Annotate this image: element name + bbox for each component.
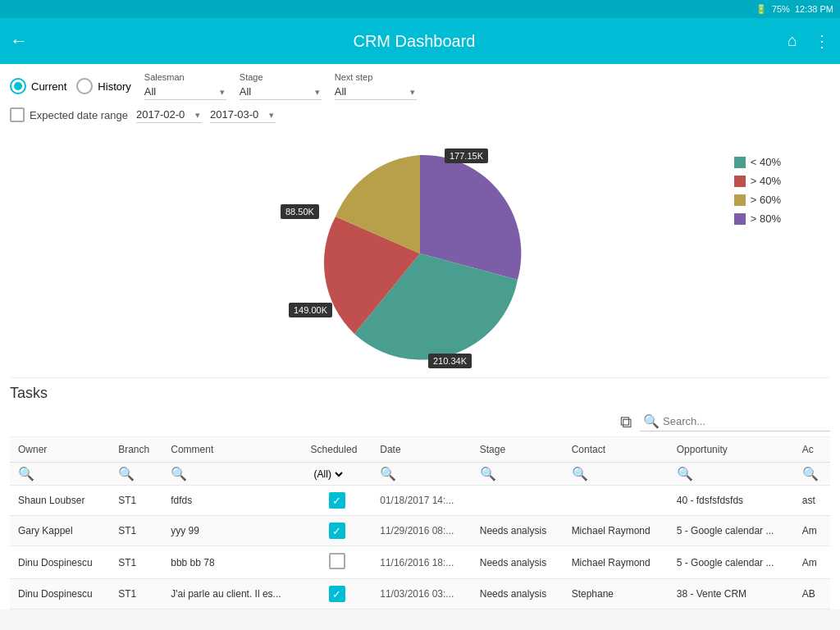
filter-date-icon[interactable]: 🔍	[380, 467, 396, 481]
cell-contact	[564, 486, 669, 516]
back-button[interactable]: ←	[10, 30, 28, 52]
cell-date: 11/29/2016 08:...	[372, 516, 471, 546]
filter-contact-icon[interactable]: 🔍	[572, 467, 588, 481]
legend-label-gt60: > 60%	[751, 194, 781, 206]
legend-label-gt40: > 40%	[751, 175, 781, 187]
cell-opportunity: 5 - Google calendar ...	[669, 546, 794, 579]
nextstep-filter: Next step All	[335, 72, 417, 100]
date-from-select[interactable]: 2017-02-0	[136, 107, 202, 123]
tasks-toolbar: ⧉ 🔍	[10, 407, 830, 437]
col-header-branch: Branch	[110, 437, 162, 463]
nextstep-select[interactable]: All	[335, 84, 417, 100]
table-row: Shaun Loubser ST1 fdfds ✓ 01/18/2017 14:…	[10, 486, 830, 516]
nextstep-label: Next step	[335, 72, 417, 82]
cell-ac: ast	[794, 486, 830, 516]
legend-label-gt80: > 80%	[751, 212, 781, 225]
date-range-checkbox-label[interactable]: Expected date range	[10, 107, 128, 122]
chart-label-lt40: 210.34K	[428, 354, 472, 368]
cell-date: 01/18/2017 14:...	[372, 486, 471, 516]
legend-lt40: < 40%	[734, 156, 781, 168]
table-row: Dinu Dospinescu ST1 bbb bb 78 11/16/2016…	[10, 546, 830, 579]
home-icon[interactable]: ⌂	[788, 31, 797, 51]
search-box: 🔍	[640, 412, 830, 431]
cell-scheduled	[303, 546, 372, 579]
legend-label-lt40: < 40%	[751, 156, 781, 168]
tasks-title: Tasks	[10, 377, 830, 407]
date-range-label: Expected date range	[30, 109, 128, 121]
filter-comment-icon[interactable]: 🔍	[171, 467, 187, 481]
scheduled-checkbox[interactable]: ✓	[329, 492, 345, 509]
cell-owner: Shaun Loubser	[10, 486, 110, 516]
search-icon: 🔍	[643, 413, 660, 429]
battery-level: 75%	[772, 4, 790, 14]
cell-branch: ST1	[110, 516, 162, 546]
legend-gt80: > 80%	[734, 212, 781, 225]
cell-branch: ST1	[110, 486, 162, 516]
menu-icon[interactable]: ⋮	[814, 31, 830, 51]
col-header-ac: Ac	[794, 437, 830, 463]
table-row: Dinu Dospinescu ST1 J'ai parle au client…	[10, 579, 830, 609]
scheduled-checkbox[interactable]	[329, 553, 345, 569]
filter-ac-icon[interactable]: 🔍	[802, 467, 819, 481]
legend-dot-gt40	[734, 176, 746, 187]
cell-date: 11/16/2016 18:...	[372, 546, 471, 579]
cell-opportunity: 5 - Google calendar ...	[669, 516, 794, 546]
cell-scheduled: ✓	[303, 486, 372, 516]
cell-scheduled: ✓	[303, 516, 372, 546]
table-filter-row: 🔍 🔍 🔍 (All) 🔍 🔍 🔍 🔍 🔍	[10, 463, 830, 486]
col-header-comment: Comment	[162, 437, 302, 463]
radio-group: Current History	[10, 78, 131, 94]
cell-scheduled: ✓	[303, 579, 372, 609]
stage-select[interactable]: All	[240, 84, 322, 100]
cell-comment: yyy 99	[162, 516, 302, 546]
stage-filter: Stage All	[240, 72, 322, 100]
cell-owner: Dinu Dospinescu	[10, 546, 110, 579]
cell-contact: Stephane	[564, 579, 669, 609]
scheduled-checkbox[interactable]: ✓	[329, 586, 345, 602]
filter-owner-icon[interactable]: 🔍	[18, 467, 34, 481]
legend-gt60: > 60%	[734, 194, 781, 206]
cell-stage: Needs analysis	[472, 516, 564, 546]
legend-dot-lt40	[734, 157, 746, 168]
filter-row: Current History Salesman All Stage All	[10, 72, 830, 100]
cell-opportunity: 38 - Vente CRM	[669, 579, 794, 609]
cell-stage	[472, 486, 564, 516]
radio-history[interactable]: History	[76, 78, 130, 94]
cell-comment: bbb bb 78	[162, 546, 302, 579]
tasks-section: Tasks ⧉ 🔍 Owner Branch Comment Scheduled…	[10, 377, 830, 609]
date-range-row: Expected date range 2017-02-0 2017-03-0	[10, 107, 830, 123]
main-content: Current History Salesman All Stage All	[0, 64, 840, 609]
col-header-stage: Stage	[472, 437, 564, 463]
legend-gt40: > 40%	[734, 175, 781, 187]
search-input[interactable]	[663, 415, 827, 427]
salesman-filter: Salesman All	[144, 72, 226, 100]
scheduled-checkbox[interactable]: ✓	[329, 523, 345, 539]
chart-legend: < 40% > 40% > 60% > 80%	[734, 156, 781, 225]
cell-contact: Michael Raymond	[564, 546, 669, 579]
col-header-opportunity: Opportunity	[669, 437, 794, 463]
date-range-checkbox[interactable]	[10, 107, 25, 122]
tasks-table: Owner Branch Comment Scheduled Date Stag…	[10, 437, 830, 609]
copy-icon[interactable]: ⧉	[620, 413, 632, 431]
battery-icon: 🔋	[756, 4, 767, 15]
cell-contact: Michael Raymond	[564, 516, 669, 546]
filter-opportunity-icon[interactable]: 🔍	[677, 467, 693, 481]
date-to-select[interactable]: 2017-03-0	[210, 107, 276, 123]
cell-owner: Dinu Dospinescu	[10, 579, 110, 609]
filter-scheduled-select[interactable]: (All)	[311, 468, 345, 481]
chart-label-gt60: 88.50K	[281, 204, 319, 219]
page-title: CRM Dashboard	[41, 32, 788, 51]
radio-current[interactable]: Current	[10, 78, 66, 94]
cell-branch: ST1	[110, 546, 162, 579]
filter-stage-icon[interactable]: 🔍	[480, 467, 496, 481]
cell-date: 11/03/2016 03:...	[372, 579, 471, 609]
col-header-contact: Contact	[564, 437, 669, 463]
cell-ac: Am	[794, 516, 830, 546]
filter-branch-icon[interactable]: 🔍	[118, 467, 135, 481]
salesman-label: Salesman	[144, 72, 226, 82]
status-bar: 🔋 75% 12:38 PM	[0, 0, 840, 18]
col-header-owner: Owner	[10, 437, 110, 463]
cell-owner: Gary Kappel	[10, 516, 110, 546]
salesman-select[interactable]: All	[144, 84, 226, 100]
legend-dot-gt60	[734, 194, 746, 206]
